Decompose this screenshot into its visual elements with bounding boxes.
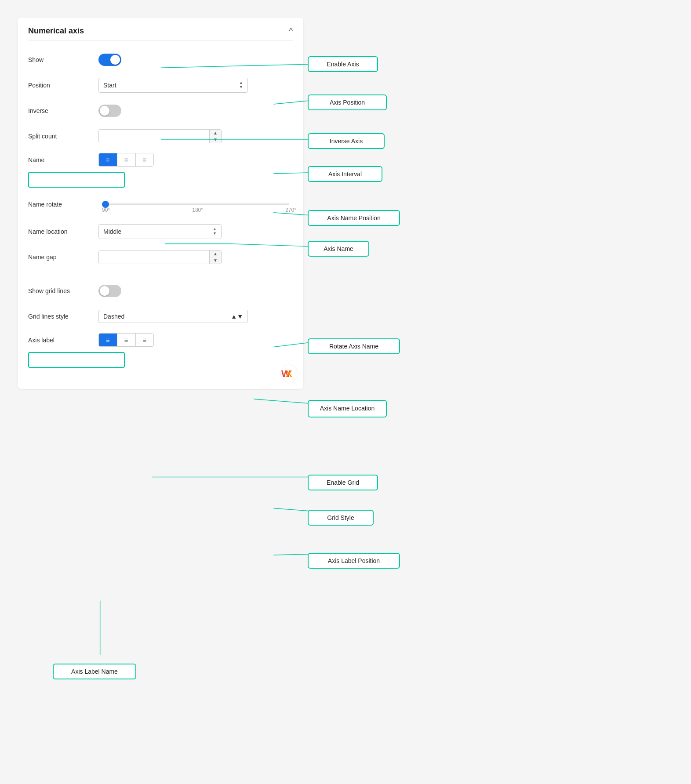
divider-1: [28, 274, 293, 274]
name-align-buttons: ≡ ≡ ≡: [98, 153, 154, 167]
rotate-axis-name-label: Rotate Axis Name: [329, 343, 378, 350]
position-control: Start ▲▼: [98, 78, 293, 93]
name-align-right[interactable]: ≡: [136, 153, 154, 166]
axis-name-location-label: Axis Name Location: [320, 405, 375, 412]
axis-label-name-tooltip: Axis Label Name: [53, 664, 136, 679]
axis-label-position-tooltip: Axis Label Position: [308, 553, 400, 569]
name-location-select[interactable]: Middle ▲▼: [98, 224, 222, 239]
name-gap-input[interactable]: 30: [99, 250, 209, 264]
axis-name-position-tooltip: Axis Name Position: [308, 210, 400, 226]
enable-axis-tooltip: Enable Axis: [308, 56, 378, 72]
name-gap-label: Name gap: [28, 254, 98, 261]
name-location-arrows: ▲▼: [213, 227, 217, 236]
svg-line-13: [273, 508, 308, 511]
show-grid-lines-toggle[interactable]: [98, 285, 121, 297]
name-gap-up[interactable]: ▲: [210, 250, 221, 257]
enable-grid-label: Enable Grid: [327, 479, 359, 486]
panel-header: Numerical axis ^: [28, 26, 293, 40]
collapse-icon[interactable]: ^: [289, 26, 293, 36]
split-count-input-wrapper: 0 ▲ ▼: [98, 129, 222, 143]
split-count-down[interactable]: ▼: [210, 136, 221, 143]
position-row: Position Start ▲▼: [28, 76, 293, 94]
show-label: Show: [28, 56, 98, 63]
toggle-thumb: [110, 55, 120, 65]
panel-title: Numerical axis: [28, 26, 84, 36]
axis-label-align-left[interactable]: ≡: [99, 334, 117, 346]
enable-axis-label: Enable Axis: [327, 61, 359, 68]
logo-svg: W X: [280, 364, 299, 383]
axis-interval-tooltip: Axis Interval: [308, 166, 382, 182]
inverse-toggle-thumb: [100, 106, 109, 116]
split-count-row: Split count 0 ▲ ▼: [28, 127, 293, 145]
rotate-label-180: 180°: [192, 207, 203, 213]
svg-text:X: X: [286, 368, 292, 379]
name-align-left[interactable]: ≡: [99, 153, 117, 166]
inverse-row: Inverse: [28, 102, 293, 120]
svg-line-11: [254, 399, 308, 403]
name-rotate-control: 90° 180° 270°: [98, 203, 293, 205]
split-count-label: Split count: [28, 133, 98, 140]
enable-grid-tooltip: Enable Grid: [308, 475, 378, 490]
split-count-control: 0 ▲ ▼: [98, 129, 293, 143]
axis-name-location-tooltip: Axis Name Location: [308, 400, 387, 417]
inverse-control: [98, 105, 293, 117]
axis-position-label: Axis Position: [330, 99, 365, 106]
axis-label-row: Axis label ≡ ≡ ≡ #[Label]: [28, 333, 293, 368]
axis-label-position-label: Axis Label Position: [328, 557, 380, 564]
logo-area: W X: [280, 364, 299, 385]
rotate-label-270: 270°: [285, 207, 296, 213]
rotate-label-90: 90°: [102, 207, 110, 213]
axis-label-align-center[interactable]: ≡: [117, 334, 136, 346]
axis-position-tooltip: Axis Position: [308, 94, 387, 110]
name-align-center[interactable]: ≡: [117, 153, 136, 166]
name-gap-row: Name gap 30 ▲ ▼: [28, 248, 293, 266]
rotate-axis-name-tooltip: Rotate Axis Name: [308, 338, 400, 354]
grid-style-label: Grid Style: [327, 514, 354, 521]
rotate-slider-wrapper: 90° 180° 270°: [98, 203, 293, 205]
axis-label-align-right[interactable]: ≡: [136, 334, 154, 346]
name-text-wrapper: #[Label]: [28, 169, 125, 188]
inverse-toggle[interactable]: [98, 105, 121, 117]
show-control: [98, 54, 293, 66]
axis-name-label: Axis Name: [324, 245, 353, 252]
show-grid-lines-control: [98, 285, 293, 297]
name-gap-stepper: ▲ ▼: [209, 250, 221, 264]
axis-label-name-label: Axis Label Name: [71, 668, 118, 675]
name-text-input[interactable]: #[Label]: [28, 172, 125, 188]
rotate-slider-labels: 90° 180° 270°: [102, 207, 296, 213]
position-select[interactable]: Start ▲▼: [98, 78, 248, 93]
name-location-value: Middle: [103, 228, 121, 235]
show-toggle[interactable]: [98, 54, 121, 66]
name-row: Name ≡ ≡ ≡ #[Label]: [28, 153, 293, 188]
grid-lines-style-select[interactable]: Dashed ▲▼: [98, 310, 248, 323]
grid-toggle-thumb: [100, 286, 109, 296]
name-gap-down[interactable]: ▼: [210, 257, 221, 264]
name-rotate-row: Name rotate 90° 180° 270°: [28, 196, 293, 213]
split-count-up[interactable]: ▲: [210, 130, 221, 136]
inverse-label: Inverse: [28, 107, 98, 114]
axis-label-text-input[interactable]: #[Label]: [28, 352, 125, 368]
split-count-stepper: ▲ ▼: [209, 130, 221, 143]
axis-name-position-label: Axis Name Position: [327, 214, 380, 221]
rotate-slider-track: [102, 203, 289, 205]
name-label: Name: [28, 156, 98, 163]
position-value: Start: [103, 82, 116, 89]
inverse-axis-label: Inverse Axis: [330, 138, 363, 145]
grid-style-tooltip: Grid Style: [308, 510, 374, 526]
axis-interval-label: Axis Interval: [328, 171, 362, 178]
name-location-control: Middle ▲▼: [98, 224, 293, 239]
split-count-input[interactable]: 0: [99, 130, 209, 143]
axis-label-label: Axis label: [28, 337, 98, 344]
grid-lines-style-row: Grid lines style Dashed ▲▼: [28, 308, 293, 325]
position-label: Position: [28, 82, 98, 89]
name-location-label: Name location: [28, 228, 98, 235]
axis-label-text-wrapper: #[Label]: [28, 349, 125, 368]
svg-line-14: [273, 554, 308, 555]
axis-label-align-control: ≡ ≡ ≡: [98, 333, 293, 347]
axis-name-tooltip: Axis Name: [308, 241, 369, 257]
show-grid-lines-label: Show grid lines: [28, 287, 98, 294]
name-gap-control: 30 ▲ ▼: [98, 250, 293, 264]
name-align-control: ≡ ≡ ≡: [98, 153, 293, 167]
name-gap-input-wrapper: 30 ▲ ▼: [98, 250, 222, 264]
position-arrows: ▲▼: [239, 81, 243, 90]
